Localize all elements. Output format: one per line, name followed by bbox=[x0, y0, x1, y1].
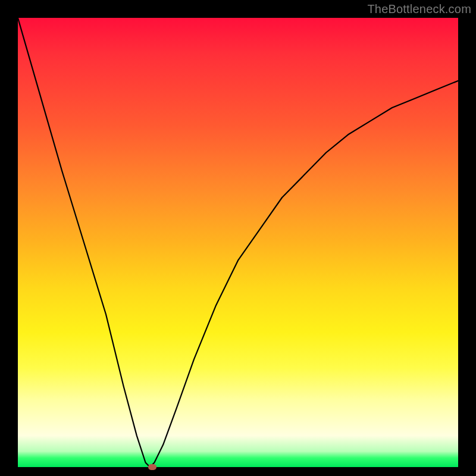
watermark-text: TheBottleneck.com bbox=[367, 2, 471, 16]
plot-area bbox=[18, 18, 458, 467]
chart-frame: TheBottleneck.com bbox=[0, 0, 476, 476]
bottleneck-curve bbox=[18, 18, 458, 467]
optimal-point-marker bbox=[148, 464, 156, 470]
